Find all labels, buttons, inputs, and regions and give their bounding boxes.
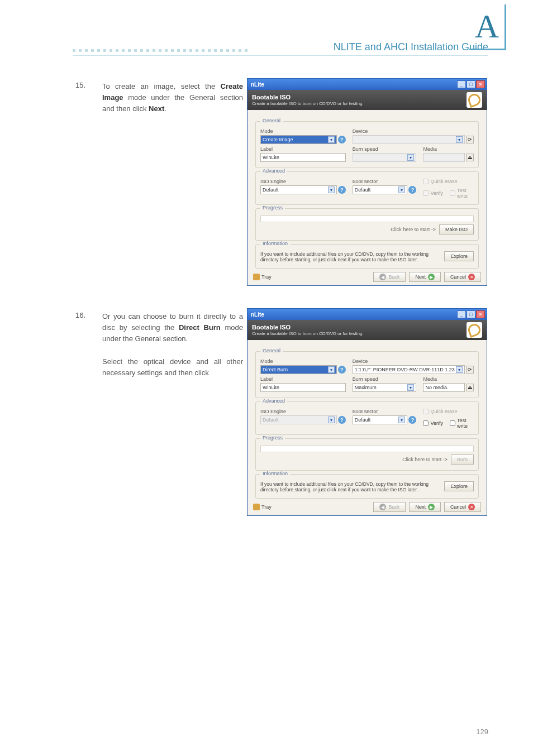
label-input[interactable]: WinLite	[260, 153, 346, 162]
next-icon: ▶	[428, 504, 435, 510]
banner-title: Bootable ISO	[252, 323, 364, 331]
tray-button[interactable]: Tray	[253, 504, 272, 510]
test-write-checkbox[interactable]: Test write	[450, 418, 474, 429]
help-icon[interactable]: ?	[338, 186, 346, 194]
window-footer: Tray ◀Back Next▶ Cancel✕	[248, 272, 487, 282]
window-title: nLite	[251, 312, 264, 318]
boot-sector-dropdown[interactable]: Default▾	[353, 185, 408, 194]
cancel-button[interactable]: Cancel✕	[444, 272, 481, 282]
cancel-button[interactable]: Cancel✕	[444, 502, 481, 512]
titlebar: nLite _ □ ×	[248, 79, 487, 90]
nlite-logo-icon	[467, 92, 482, 108]
iso-engine-label: ISO Engine	[260, 179, 346, 184]
back-button: ◀Back	[373, 502, 406, 512]
eject-icon[interactable]: ⏏	[466, 384, 474, 391]
device-label: Device	[353, 128, 474, 134]
mode-label: Mode	[260, 358, 346, 364]
progress-group: Progress Click here to start -> Burn	[255, 438, 479, 471]
chevron-down-icon: ▾	[456, 136, 463, 143]
header-dots	[73, 49, 248, 52]
close-icon[interactable]: ×	[476, 80, 485, 88]
cancel-icon: ✕	[468, 274, 475, 280]
step-number: 15.	[75, 81, 85, 89]
mode-dropdown[interactable]: Direct Burn▾	[260, 365, 337, 374]
step-body: To create an image, select the Create Im…	[102, 81, 243, 114]
iso-engine-dropdown: Default▾	[260, 415, 337, 424]
maximize-icon[interactable]: □	[467, 310, 475, 318]
device-dropdown[interactable]: 1:1:0,F: PIONEER DVD-RW DVR-111D 1.23▾	[353, 365, 465, 374]
make-iso-button[interactable]: Make ISO	[439, 224, 474, 235]
banner-subtitle: Create a bootable ISO to burn on CD/DVD …	[252, 331, 364, 337]
page-header: NLITE and AHCI Installation Guide	[73, 34, 488, 56]
refresh-icon[interactable]: ⟳	[466, 136, 474, 143]
nlite-logo-icon	[467, 322, 482, 338]
burn-speed-label: Burn speed	[353, 146, 417, 152]
back-button: ◀Back	[373, 272, 406, 282]
device-dropdown: ▾	[353, 135, 465, 144]
step-body: Or you can choose to burn it directly to…	[102, 311, 243, 379]
burn-button: Burn	[451, 454, 474, 465]
general-group: General Mode Direct Burn▾ ? Device	[255, 351, 479, 398]
info-text: If you want to include additional files …	[260, 481, 437, 492]
chevron-down-icon: ▾	[398, 186, 405, 193]
iso-engine-dropdown[interactable]: Default▾	[260, 185, 337, 194]
next-icon: ▶	[428, 274, 435, 280]
burn-speed-dropdown: ▾	[353, 153, 417, 162]
burn-speed-dropdown[interactable]: Maximum▾	[353, 383, 417, 392]
iso-engine-label: ISO Engine	[260, 409, 346, 414]
help-icon[interactable]: ?	[408, 186, 416, 194]
progress-bar	[260, 216, 474, 222]
next-button[interactable]: Next▶	[409, 272, 441, 282]
minimize-icon[interactable]: _	[457, 310, 466, 318]
help-icon[interactable]: ?	[338, 136, 346, 143]
cancel-icon: ✕	[468, 504, 475, 510]
banner: Bootable ISO Create a bootable ISO to bu…	[248, 90, 487, 110]
information-group: Information If you want to include addit…	[255, 474, 479, 499]
minimize-icon[interactable]: _	[457, 80, 466, 88]
banner: Bootable ISO Create a bootable ISO to bu…	[248, 320, 487, 340]
step-16-p2: Select the optical device and all other …	[102, 357, 243, 377]
explore-button[interactable]: Explore	[444, 251, 474, 261]
progress-legend: Progress	[260, 435, 285, 441]
label-label: Label	[260, 146, 346, 152]
information-legend: Information	[260, 471, 290, 476]
boot-sector-label: Boot sector	[353, 409, 417, 414]
maximize-icon[interactable]: □	[467, 80, 475, 88]
quick-erase-checkbox: Quick erase	[423, 409, 474, 414]
close-icon[interactable]: ×	[476, 310, 485, 318]
window-title: nLite	[251, 82, 264, 88]
progress-bar	[260, 446, 474, 452]
eject-icon[interactable]: ⏏	[466, 154, 474, 161]
refresh-icon[interactable]: ⟳	[466, 366, 474, 374]
quick-erase-checkbox: Quick erase	[423, 179, 474, 184]
titlebar: nLite _ □ ×	[248, 309, 487, 320]
explore-button[interactable]: Explore	[444, 481, 474, 491]
label-input[interactable]: WinLite	[260, 383, 346, 392]
boot-sector-dropdown[interactable]: Default▾	[353, 415, 408, 424]
chevron-down-icon: ▾	[328, 136, 335, 143]
tray-button[interactable]: Tray	[253, 274, 272, 280]
banner-title: Bootable ISO	[252, 93, 364, 101]
header-title: NLITE and AHCI Installation Guide	[334, 41, 488, 53]
back-icon: ◀	[379, 504, 386, 510]
next-button[interactable]: Next▶	[409, 502, 441, 512]
information-legend: Information	[260, 241, 290, 246]
advanced-legend: Advanced	[260, 398, 287, 404]
media-label: Media	[423, 146, 474, 152]
start-hint: Click here to start ->	[402, 457, 448, 462]
appendix-letter: A	[475, 7, 499, 46]
mode-dropdown[interactable]: Create Image▾	[260, 135, 337, 144]
help-icon[interactable]: ?	[338, 366, 346, 374]
window-footer: Tray ◀Back Next▶ Cancel✕	[248, 502, 487, 512]
step-16-p1: Or you can choose to burn it directly to…	[102, 312, 243, 343]
mode-label: Mode	[260, 128, 346, 134]
help-icon[interactable]: ?	[338, 416, 346, 424]
nlite-window-direct-burn: nLite _ □ × Bootable ISO Create a bootab…	[247, 308, 487, 516]
nlite-window-create-image: nLite _ □ × Bootable ISO Create a bootab…	[247, 78, 487, 286]
chevron-down-icon: ▾	[407, 384, 414, 391]
verify-checkbox: Verify	[423, 188, 443, 199]
help-icon[interactable]: ?	[408, 416, 416, 424]
device-label: Device	[353, 358, 474, 364]
verify-checkbox[interactable]: Verify	[423, 418, 443, 429]
info-text: If you want to include additional files …	[260, 251, 437, 262]
